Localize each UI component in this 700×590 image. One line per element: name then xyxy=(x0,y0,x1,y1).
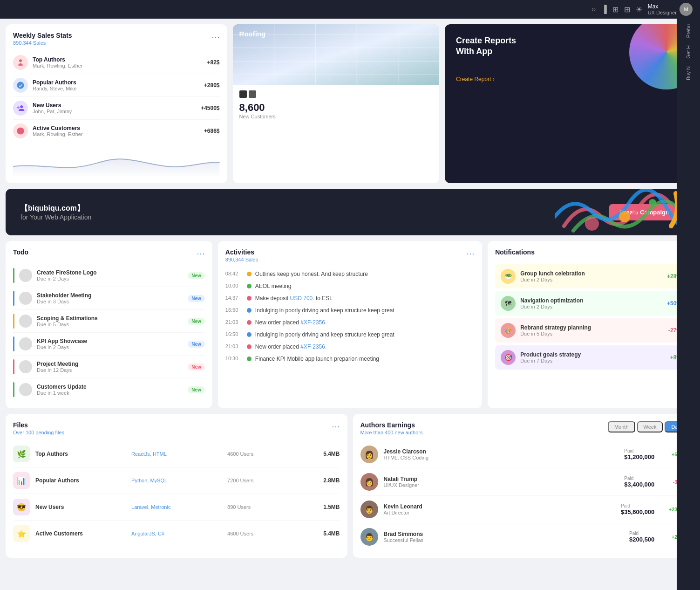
author-role-1: HTML, CSS Coding xyxy=(384,455,625,460)
side-panel-item-2[interactable]: Get H xyxy=(686,45,691,59)
activities-card: Activities 890,344 Sales ⋯ 08:42 Outline… xyxy=(218,241,482,408)
act-time-7: 21:03 xyxy=(225,343,243,349)
todo-name-4: KPI App Showcase xyxy=(37,338,188,344)
campaign-text: 【biqubiqu.com】 for Your Web Application xyxy=(20,204,600,221)
todo-due-1: Due in 2 Days xyxy=(37,276,188,281)
new-users-value: +4500$ xyxy=(201,105,219,111)
user-avatar-area[interactable]: Max UX Designer M xyxy=(648,3,693,16)
notif-title-4: Product goals strategy xyxy=(520,351,670,358)
campaign-decoration xyxy=(555,189,694,235)
notif-item-1: 🥗 Group lunch celebration Due in 2 Days … xyxy=(495,264,687,288)
act-link-7[interactable]: #XF-2356. xyxy=(300,343,326,350)
activities-options[interactable]: ⋯ xyxy=(466,248,475,259)
act-link-5[interactable]: #XF-2356. xyxy=(300,319,326,326)
activities-header: Activities 890,344 Sales ⋯ xyxy=(225,248,475,262)
new-users-icon xyxy=(13,101,28,116)
todo-due-5: Due in 12 Days xyxy=(37,367,188,373)
file-tech-2: Python, MySQL xyxy=(131,478,227,483)
apps-icon[interactable]: ⊞ xyxy=(612,5,618,14)
row-1: Weekly Sales Stats 890,344 Sales ⋯ Top A… xyxy=(6,24,694,183)
author-item-2: 👩 Natali Trump UI/UX Designer Paid $3,40… xyxy=(360,468,687,496)
todo-name-1: Create FireStone Logo xyxy=(37,269,188,276)
act-link-3[interactable]: USD 700. xyxy=(290,295,314,302)
activities-title: Activities xyxy=(225,248,258,256)
activity-1: 08:42 Outlines keep you honest. And keep… xyxy=(225,268,475,280)
side-panel-item-1[interactable]: Prebu xyxy=(686,24,691,38)
stat-item-active-customers: Active Customers Mark, Rowling, Esther +… xyxy=(13,120,220,142)
act-dot-3 xyxy=(247,296,251,301)
act-text-2: AEOL meeting xyxy=(255,283,292,289)
tab-week[interactable]: Week xyxy=(637,421,663,432)
earnings-title: Authors Earnings xyxy=(360,421,423,429)
top-authors-sub: Mark, Rowling, Esther xyxy=(33,63,207,69)
todo-item-1: Create FireStone Logo Due in 2 Days New xyxy=(13,264,205,287)
act-text-3: Make deposit USD 700. to ESL xyxy=(255,295,333,302)
todo-name-5: Project Meeting xyxy=(37,361,188,367)
todo-stripe-2 xyxy=(13,291,14,306)
search-icon[interactable]: ○ xyxy=(591,5,596,14)
act-dot-4 xyxy=(247,308,251,313)
todo-avatar-5 xyxy=(19,360,32,373)
todo-avatar-3 xyxy=(19,315,32,328)
author-amount-4: $200,500 xyxy=(629,536,654,543)
create-reports-card: Create ReportsWith App Create Report › xyxy=(445,24,694,183)
grid-icon[interactable]: ⊞ xyxy=(624,5,630,14)
weekly-stats-header: Weekly Sales Stats 890,344 Sales ⋯ xyxy=(13,32,220,46)
svg-point-10 xyxy=(619,211,630,222)
topbar: ○ ▐ ⊞ ⊞ ☀ Max UX Designer M xyxy=(0,0,700,19)
file-size-4: 5.4MB xyxy=(323,530,340,537)
files-options[interactable]: ⋯ xyxy=(332,421,340,432)
user-role: UX Designer xyxy=(648,10,677,15)
tab-month[interactable]: Month xyxy=(608,421,635,432)
new-customers-number: 8,600 xyxy=(239,102,433,114)
stat-item-popular-authors: Popular Authors Randy, Steve, Mike +280$ xyxy=(13,74,220,97)
settings-icon[interactable]: ☀ xyxy=(636,5,642,14)
new-users-sub: John, Pat, Jimmy xyxy=(33,109,201,114)
notif-title-2: Navigation optimization xyxy=(520,297,667,304)
act-time-1: 08:42 xyxy=(225,271,243,276)
popular-authors-sub: Randy, Steve, Mike xyxy=(33,86,204,91)
earnings-tabs: Month Week Day xyxy=(608,421,687,432)
nc-icon-1 xyxy=(239,90,247,98)
todo-due-4: Due in 2 Days xyxy=(37,344,188,350)
todo-info-2: Stakeholder Meeting Due in 3 Days xyxy=(37,292,188,304)
notif-icon-4: 🎯 xyxy=(501,350,516,365)
side-panel-item-3[interactable]: Buy N xyxy=(686,66,691,80)
side-panel: Prebu Get H Buy N xyxy=(677,19,700,563)
notif-info-4: Product goals strategy Due in 7 Days xyxy=(520,351,670,364)
todo-header: Todo ⋯ xyxy=(13,248,205,259)
author-paid-4: Paid $200,500 xyxy=(629,531,654,543)
avatar[interactable]: M xyxy=(680,3,693,16)
todo-badge-4: New xyxy=(188,341,205,348)
todo-info-1: Create FireStone Logo Due in 2 Days xyxy=(37,269,188,281)
author-avatar-3: 👨 xyxy=(360,501,378,518)
todo-stripe-3 xyxy=(13,314,14,329)
author-avatar-1: 👩 xyxy=(360,446,378,463)
act-time-5: 21:03 xyxy=(225,319,243,325)
popular-authors-value: +280$ xyxy=(204,82,220,89)
notif-title-1: Group lunch celebration xyxy=(520,270,667,277)
svg-point-11 xyxy=(649,199,656,206)
todo-item-4: KPI App Showcase Due in 2 Days New xyxy=(13,333,205,356)
author-paid-1: Paid $1,200,000 xyxy=(624,448,654,460)
file-item-3: 😎 New Users Laravel, Metronic 890 Users … xyxy=(13,494,340,521)
active-customers-info: Active Customers Mark, Rowling, Esther xyxy=(33,125,204,137)
act-time-3: 14:37 xyxy=(225,295,243,301)
act-dot-6 xyxy=(247,332,251,337)
todo-stripe-5 xyxy=(13,359,14,374)
todo-options[interactable]: ⋯ xyxy=(197,248,205,259)
stats-icon[interactable]: ▐ xyxy=(601,5,606,14)
roofing-label: Roofing xyxy=(239,30,266,38)
top-authors-info: Top Authors Mark, Rowling, Esther xyxy=(33,56,207,69)
file-name-1: Top Authors xyxy=(35,451,131,457)
active-customers-value: +686$ xyxy=(204,128,220,134)
file-icon-4: ⭐ xyxy=(13,525,30,542)
notif-icon-1: 🥗 xyxy=(501,269,516,284)
activity-7: 21:03 New order placed #XF-2356. xyxy=(225,341,475,353)
todo-stripe-1 xyxy=(13,268,14,283)
top-authors-value: +82$ xyxy=(207,59,220,66)
file-name-4: Active Customers xyxy=(35,530,131,537)
activity-4: 16:50 Indulging in poorly driving and ke… xyxy=(225,304,475,316)
activity-8: 10:30 Finance KPI Mobile app launch prep… xyxy=(225,353,475,365)
weekly-stats-options[interactable]: ⋯ xyxy=(211,32,220,42)
